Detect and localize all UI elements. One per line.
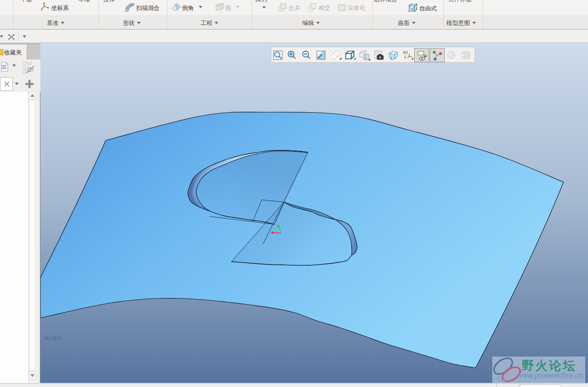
svg-text:插入模式: 插入模式 <box>44 336 62 341</box>
